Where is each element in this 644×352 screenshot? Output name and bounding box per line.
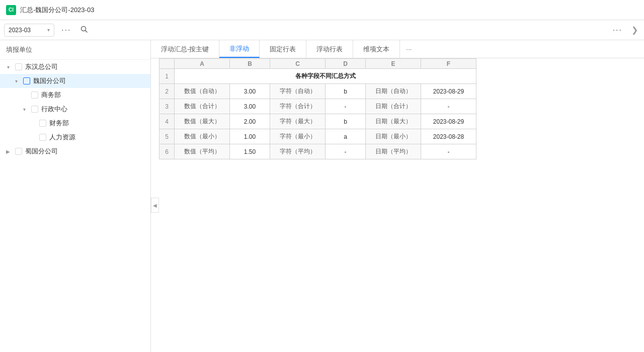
cell-5-B[interactable]: 1.00 [230, 129, 270, 144]
cell-5-C[interactable]: 字符（最小） [270, 129, 326, 144]
tree-item-caiwu[interactable]: ▾ 财务部 [0, 116, 150, 130]
cell-2-F[interactable]: 2023-08-29 [421, 84, 476, 99]
cell-2-D[interactable]: b [326, 84, 366, 99]
table-row-3[interactable]: 3 数值（合计） 3.00 字符（合计） - 日期（合计） - [159, 99, 476, 114]
tab-maintain-text[interactable]: 维项文本 [353, 40, 400, 58]
svg-line-1 [86, 31, 88, 33]
cell-6-A[interactable]: 数值（平均） [175, 144, 230, 159]
tree-label-shuguo: 蜀国分公司 [25, 147, 58, 156]
cell-3-A[interactable]: 数值（合计） [175, 99, 230, 114]
cell-6-B[interactable]: 1.50 [230, 144, 270, 159]
left-panel: 填报单位 ▾ 东汉总公司 ▾ 魏国分公司 ▾ 商务部 ▾ 行政中心 ▾ [0, 40, 151, 352]
checkbox-shuguo[interactable] [15, 148, 22, 155]
checkbox-weiguo[interactable] [23, 77, 30, 84]
row-num-6: 6 [159, 144, 175, 159]
table-row-4[interactable]: 4 数值（最大） 2.00 字符（最大） b 日期（最大） 2023-08-29 [159, 114, 476, 129]
cell-3-C[interactable]: 字符（合计） [270, 99, 326, 114]
col-header-row: A B C D E F [159, 59, 476, 69]
tab-fixed-row-label: 固定行表 [270, 45, 296, 54]
cell-4-F[interactable]: 2023-08-29 [421, 114, 476, 129]
tree-label-shangwu: 商务部 [41, 91, 61, 100]
col-header-D: D [326, 59, 366, 69]
cell-4-E[interactable]: 日期（最大） [366, 114, 421, 129]
cell-2-E[interactable]: 日期（自动） [366, 84, 421, 99]
cell-6-C[interactable]: 字符（平均） [270, 144, 326, 159]
cell-5-F[interactable]: 2023-08-28 [421, 129, 476, 144]
checkbox-xingzheng[interactable] [31, 106, 38, 113]
checkbox-shangwu[interactable] [31, 92, 38, 99]
cell-4-C[interactable]: 字符（最大） [270, 114, 326, 129]
row-num-4: 4 [159, 114, 175, 129]
cell-6-E[interactable]: 日期（平均） [366, 144, 421, 159]
table-row-1: 1 各种字段不同汇总方式 [159, 69, 476, 84]
cell-6-D[interactable]: - [326, 144, 366, 159]
search-icon[interactable] [78, 23, 90, 37]
cell-4-B[interactable]: 2.00 [230, 114, 270, 129]
table-row-5[interactable]: 5 数值（最小） 1.00 字符（最小） a 日期（最小） 2023-08-28 [159, 129, 476, 144]
tab-float-main-label: 浮动汇总-按主键 [161, 45, 209, 54]
tree-label-weiguo: 魏国分公司 [33, 76, 66, 85]
cell-2-A[interactable]: 数值（自动） [175, 84, 230, 99]
cell-3-E[interactable]: 日期（合计） [366, 99, 421, 114]
main-layout: 填报单位 ▾ 东汉总公司 ▾ 魏国分公司 ▾ 商务部 ▾ 行政中心 ▾ [0, 40, 644, 352]
checkbox-renli[interactable] [39, 134, 46, 141]
nav-right-icon[interactable]: ❯ [629, 23, 640, 37]
cell-2-C[interactable]: 字符（自动） [270, 84, 326, 99]
right-panel: 浮动汇总-按主键 非浮动 固定行表 浮动行表 维项文本 ··· ◀ [151, 40, 644, 352]
tabs-more-button[interactable]: ··· [400, 40, 418, 58]
date-value: 2023-03 [9, 27, 31, 34]
cell-6-F[interactable]: - [421, 144, 476, 159]
cell-4-A[interactable]: 数值（最大） [175, 114, 230, 129]
tree-label-caiwu: 财务部 [49, 119, 69, 128]
cell-5-D[interactable]: a [326, 129, 366, 144]
tab-maintain-text-label: 维项文本 [363, 45, 389, 54]
col-header-E: E [366, 59, 421, 69]
sheet-nav-left-icon[interactable]: ◀ [151, 198, 159, 213]
spreadsheet-area[interactable]: ◀ A B C D E F 1 [151, 58, 644, 352]
expand-icon-shuguo[interactable]: ▶ [4, 147, 12, 155]
checkbox-caiwu[interactable] [39, 120, 46, 127]
cell-4-D[interactable]: b [326, 114, 366, 129]
app-icon: CI [6, 5, 16, 15]
row-num-1: 1 [159, 69, 175, 84]
date-selector[interactable]: 2023-03 ▾ [4, 24, 54, 37]
tree-label-xingzheng: 行政中心 [41, 105, 67, 114]
window-title: 汇总-魏国分公司-2023-03 [20, 6, 94, 15]
cell-3-F[interactable]: - [421, 99, 476, 114]
chevron-down-icon: ▾ [47, 27, 50, 33]
col-header-F: F [421, 59, 476, 69]
tab-fixed-row[interactable]: 固定行表 [260, 40, 306, 58]
table-row-6[interactable]: 6 数值（平均） 1.50 字符（平均） - 日期（平均） - [159, 144, 476, 159]
tab-float-row-label: 浮动行表 [316, 45, 343, 54]
toolbar: 2023-03 ▾ ··· ··· ❯ [0, 20, 644, 40]
tree-label-donghan: 东汉总公司 [25, 62, 58, 71]
tree-item-renli[interactable]: ▾ 人力资源 [0, 130, 150, 144]
tree-label-renli: 人力资源 [49, 133, 75, 142]
checkbox-donghan[interactable] [15, 63, 22, 70]
tab-non-float[interactable]: 非浮动 [219, 40, 260, 58]
cell-5-E[interactable]: 日期（最小） [366, 129, 421, 144]
cell-3-D[interactable]: - [326, 99, 366, 114]
tree-item-shuguo[interactable]: ▶ 蜀国分公司 [0, 144, 150, 158]
expand-icon-donghan[interactable]: ▾ [4, 63, 12, 71]
tree-item-shangwu[interactable]: ▾ 商务部 [0, 88, 150, 102]
tree-item-weiguo[interactable]: ▾ 魏国分公司 [0, 74, 150, 88]
toolbar-more-button[interactable]: ··· [58, 25, 74, 36]
tab-float-main[interactable]: 浮动汇总-按主键 [151, 40, 219, 58]
cell-3-B[interactable]: 3.00 [230, 99, 270, 114]
cell-5-A[interactable]: 数值（最小） [175, 129, 230, 144]
cell-2-B[interactable]: 3.00 [230, 84, 270, 99]
table-row-2[interactable]: 2 数值（自动） 3.00 字符（自动） b 日期（自动） 2023-08-29 [159, 84, 476, 99]
col-header-C: C [270, 59, 326, 69]
toolbar-more-button-2[interactable]: ··· [610, 25, 625, 36]
tab-float-row[interactable]: 浮动行表 [306, 40, 353, 58]
title-cell: 各种字段不同汇总方式 [175, 69, 476, 84]
left-panel-header: 填报单位 [0, 40, 150, 60]
tree-item-xingzheng[interactable]: ▾ 行政中心 [0, 102, 150, 116]
expand-icon-xingzheng[interactable]: ▾ [20, 105, 28, 113]
row-num-5: 5 [159, 129, 175, 144]
spreadsheet-table: A B C D E F 1 各种字段不同汇总方式 [159, 58, 476, 159]
expand-icon-weiguo[interactable]: ▾ [12, 77, 20, 85]
corner-cell [159, 59, 175, 69]
tree-item-donghan[interactable]: ▾ 东汉总公司 [0, 60, 150, 74]
